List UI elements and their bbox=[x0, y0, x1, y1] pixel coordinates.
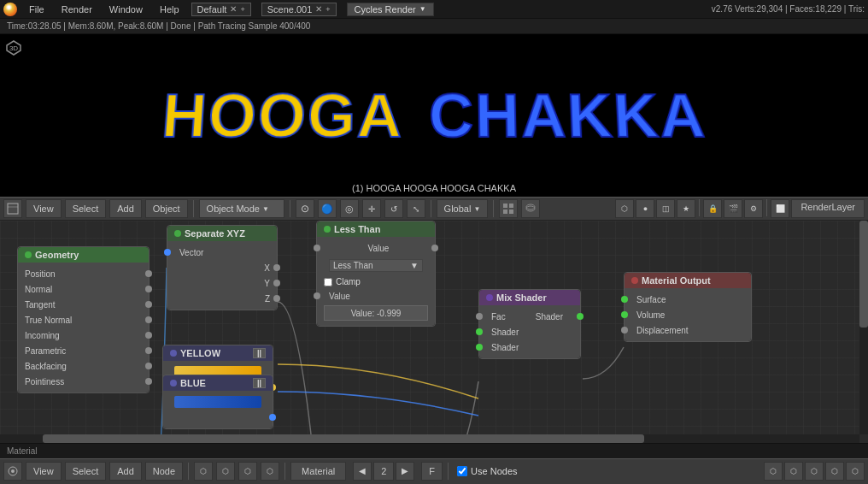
value-field-row: Value: -0.999 bbox=[317, 304, 435, 322]
node-type-icon1[interactable]: ⬡ bbox=[194, 462, 213, 481]
tangent-socket[interactable] bbox=[145, 301, 152, 308]
bottom-area-icon[interactable] bbox=[3, 462, 22, 481]
add-menu[interactable]: Add bbox=[109, 199, 142, 218]
scale-icon[interactable]: ⤡ bbox=[407, 199, 425, 218]
engine-selector[interactable]: Cycles Render ▼ bbox=[347, 3, 434, 16]
texture-icon[interactable]: ◫ bbox=[656, 199, 675, 218]
bottom-icon5[interactable]: ⬡ bbox=[846, 462, 865, 481]
object-menu[interactable]: Object bbox=[145, 199, 188, 218]
toolbar-area-icon[interactable] bbox=[3, 199, 22, 218]
less-than-value-in-socket[interactable] bbox=[314, 245, 320, 251]
separate-xyz-node[interactable]: Separate XYZ Vector X Y Z bbox=[167, 225, 278, 310]
bottom-icon1[interactable]: ⬡ bbox=[764, 462, 783, 481]
bottom-select[interactable]: Select bbox=[65, 462, 107, 481]
incoming-socket[interactable] bbox=[145, 332, 152, 339]
settings-icon[interactable]: ⚙ bbox=[744, 199, 763, 218]
add-scene2-icon[interactable]: + bbox=[326, 5, 330, 14]
blue-node[interactable]: BLUE || bbox=[162, 375, 273, 429]
scene-close-icon[interactable]: ✕ bbox=[315, 4, 322, 14]
blue-output-socket[interactable] bbox=[269, 414, 276, 421]
x-socket[interactable] bbox=[273, 264, 280, 271]
proportional-icon[interactable]: ◎ bbox=[340, 199, 359, 218]
node-type-icon2[interactable]: ⬡ bbox=[216, 462, 235, 481]
blue-title: BLUE bbox=[180, 378, 206, 388]
snap-icon[interactable]: 🔵 bbox=[318, 199, 337, 218]
mix-shader-node[interactable]: Mix Shader Fac Shader Shader Shader bbox=[478, 289, 581, 359]
split-icon[interactable]: ⬜ bbox=[771, 199, 789, 218]
surface-socket[interactable] bbox=[621, 296, 628, 303]
global-selector[interactable]: Global ▼ bbox=[437, 199, 489, 218]
global-chevron-icon: ▼ bbox=[473, 205, 480, 213]
render-info-text: Time:03:28.05 | Mem:8.60M, Peak:8.60M | … bbox=[7, 21, 310, 31]
rotate-icon[interactable]: ↺ bbox=[384, 199, 403, 218]
mix-shader-out-socket[interactable] bbox=[577, 313, 584, 320]
z-socket[interactable] bbox=[273, 295, 280, 302]
mode-selector[interactable]: Object Mode ▼ bbox=[199, 199, 284, 218]
move-icon[interactable]: ✛ bbox=[362, 199, 381, 218]
scene-box[interactable]: Scene.001 ✕ + bbox=[261, 3, 337, 16]
layers-icon[interactable] bbox=[521, 199, 540, 218]
node-type-icon4[interactable]: ⬡ bbox=[261, 462, 279, 481]
horizontal-scrollbar[interactable] bbox=[0, 434, 859, 443]
pointiness-label: Pointiness bbox=[25, 377, 64, 387]
f-btn[interactable]: F bbox=[421, 462, 443, 481]
menu-render[interactable]: Render bbox=[56, 4, 97, 15]
default-scene-box[interactable]: Default ✕ + bbox=[191, 3, 251, 16]
pointiness-socket[interactable] bbox=[145, 378, 152, 385]
add-scene-icon[interactable]: + bbox=[240, 5, 244, 14]
y-socket[interactable] bbox=[273, 280, 280, 286]
normal-socket[interactable] bbox=[145, 286, 152, 292]
less-than-value2-in-socket[interactable] bbox=[314, 292, 320, 299]
bottom-icon2[interactable]: ⬡ bbox=[784, 462, 803, 481]
material-tab[interactable]: Material bbox=[290, 462, 346, 481]
vertical-scrollbar-thumb[interactable] bbox=[859, 221, 868, 328]
grid-icon[interactable] bbox=[499, 199, 518, 218]
geometry-node[interactable]: Geometry Position Normal Tangent True No… bbox=[17, 246, 150, 393]
menu-help[interactable]: Help bbox=[155, 4, 185, 15]
volume-socket[interactable] bbox=[621, 311, 628, 318]
mix-shader1-socket[interactable] bbox=[476, 328, 483, 335]
blue-header: BLUE || bbox=[163, 375, 273, 391]
view-menu[interactable]: View bbox=[26, 199, 62, 218]
clamp-checkbox[interactable] bbox=[324, 278, 332, 286]
vector-in-socket[interactable] bbox=[164, 249, 171, 256]
mix-shader2-socket[interactable] bbox=[476, 344, 483, 351]
position-socket[interactable] bbox=[145, 270, 152, 277]
default-close-icon[interactable]: ✕ bbox=[230, 4, 237, 14]
sep1 bbox=[193, 200, 194, 217]
bottom-view[interactable]: View bbox=[26, 462, 62, 481]
displacement-socket[interactable] bbox=[621, 327, 628, 333]
less-than-value-out-socket[interactable] bbox=[431, 245, 438, 251]
menu-file[interactable]: File bbox=[24, 4, 50, 15]
wireframe-icon[interactable]: ⬡ bbox=[615, 199, 634, 218]
mix-fac-socket[interactable] bbox=[476, 313, 483, 320]
lock-icon[interactable]: 🔒 bbox=[703, 199, 722, 218]
parametric-socket[interactable] bbox=[145, 347, 152, 354]
less-than-node[interactable]: Less Than Value Less Than ▼ Clamp Value bbox=[316, 221, 436, 327]
bottom-node[interactable]: Node bbox=[145, 462, 183, 481]
use-nodes-checkbox[interactable] bbox=[457, 466, 467, 476]
bottom-icon4[interactable]: ⬡ bbox=[825, 462, 844, 481]
true-normal-socket[interactable] bbox=[145, 316, 152, 323]
rendered-icon[interactable]: ★ bbox=[677, 199, 695, 218]
render-icon[interactable]: 🎬 bbox=[724, 199, 742, 218]
menu-window[interactable]: Window bbox=[104, 4, 148, 15]
solid-icon[interactable]: ● bbox=[636, 199, 654, 218]
vertical-scrollbar[interactable] bbox=[859, 221, 868, 434]
blue-swatch[interactable] bbox=[174, 396, 261, 408]
horizontal-scrollbar-thumb[interactable] bbox=[43, 434, 644, 443]
less-than-dropdown[interactable]: Less Than ▼ bbox=[329, 259, 423, 272]
backfacing-socket[interactable] bbox=[145, 363, 152, 369]
render-layer-btn[interactable]: RenderLayer bbox=[791, 199, 865, 218]
svg-rect-4 bbox=[503, 204, 507, 208]
material-output-node[interactable]: Material Output Surface Volume Displacem… bbox=[624, 272, 752, 342]
slot-next-icon[interactable]: ▶ bbox=[396, 462, 414, 481]
engine-label: Cycles Render bbox=[355, 4, 416, 15]
bottom-icon3[interactable]: ⬡ bbox=[805, 462, 824, 481]
pivot-icon[interactable]: ⊙ bbox=[296, 199, 314, 218]
slot-prev-icon[interactable]: ◀ bbox=[353, 462, 372, 481]
bottom-add[interactable]: Add bbox=[109, 462, 142, 481]
value-field[interactable]: Value: -0.999 bbox=[324, 305, 428, 321]
select-menu[interactable]: Select bbox=[65, 199, 107, 218]
node-type-icon3[interactable]: ⬡ bbox=[238, 462, 257, 481]
